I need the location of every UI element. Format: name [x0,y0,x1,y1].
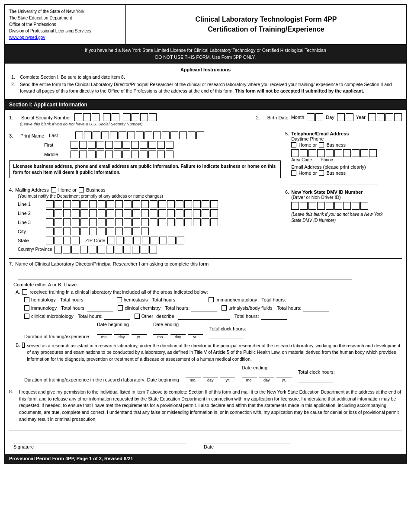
phone-1[interactable] [291,149,299,157]
cntry-1[interactable] [54,246,62,253]
l3-4[interactable] [72,218,80,226]
hematology-checkbox[interactable] [24,297,29,302]
last-2[interactable] [84,131,92,139]
total-clock-input-a[interactable] [209,332,244,339]
last-13[interactable] [179,131,187,139]
zip-6[interactable] [151,237,158,244]
day-box-2[interactable] [346,113,353,121]
last-9[interactable] [144,131,152,139]
begin-mo-input[interactable] [97,328,112,335]
first-11[interactable] [157,141,165,149]
option-a-checkbox[interactable] [22,289,27,295]
mid-11[interactable] [157,151,165,158]
l2-12[interactable] [141,209,149,217]
first-10[interactable] [148,141,156,149]
dmv-5[interactable] [326,202,334,210]
city-10[interactable] [124,228,132,235]
state-4[interactable] [72,237,80,244]
mid-8[interactable] [131,151,139,158]
city-1[interactable] [46,228,54,235]
cntry-2[interactable] [63,246,71,253]
immunohematology-hours-input[interactable] [288,296,314,303]
item7-input[interactable] [18,270,352,279]
other-describe-input[interactable] [178,313,230,320]
l3-11[interactable] [132,218,140,226]
phone-10[interactable] [369,149,377,157]
hemostasis-hours-input[interactable] [178,296,204,303]
dmv-6[interactable] [334,202,342,210]
cntry-4[interactable] [80,246,88,253]
mid-12[interactable] [166,151,173,158]
l3-8[interactable] [106,218,114,226]
l2-6[interactable] [89,209,97,217]
month-box-2[interactable] [315,113,323,121]
mid-9[interactable] [140,151,148,158]
last-3[interactable] [93,131,100,139]
l2-4[interactable] [72,209,80,217]
l1-1[interactable] [46,200,54,208]
home-phone-checkbox[interactable] [291,142,296,147]
cntry-7[interactable] [106,246,114,253]
city-6[interactable] [89,228,97,235]
chemistry-checkbox[interactable] [118,305,123,311]
state-3[interactable] [63,237,71,244]
website-link[interactable]: www.op.nysed.gov [9,35,45,40]
l1-8[interactable] [106,200,114,208]
dmv-1[interactable] [291,202,299,210]
begin-yr-input-b[interactable] [220,371,235,378]
last-1[interactable] [75,131,83,139]
phone-7[interactable] [343,149,351,157]
l3-7[interactable] [98,218,106,226]
l1-20[interactable] [210,200,218,208]
l1-11[interactable] [132,200,140,208]
phone-4[interactable] [317,149,325,157]
mid-2[interactable] [79,151,87,158]
l3-12[interactable] [141,218,149,226]
l3-17[interactable] [184,218,192,226]
zip-8[interactable] [168,237,176,244]
first-5[interactable] [105,141,113,149]
end-mo-input[interactable] [153,328,168,335]
end-yr-input-b[interactable] [276,371,292,378]
begin-day-input-b[interactable] [203,371,218,378]
last-4[interactable] [101,131,109,139]
cntry-8[interactable] [115,246,122,253]
month-box-1[interactable] [307,113,315,121]
l2-11[interactable] [132,209,140,217]
l2-9[interactable] [115,209,123,217]
last-5[interactable] [110,131,118,139]
city-9[interactable] [115,228,123,235]
l1-5[interactable] [80,200,88,208]
home-address-checkbox[interactable] [51,187,56,192]
other-checkbox[interactable] [135,314,140,319]
immunology-hours-input[interactable] [87,304,113,311]
zip-9[interactable] [177,237,184,244]
mid-4[interactable] [96,151,104,158]
hematology-hours-input[interactable] [87,296,112,303]
l3-18[interactable] [193,218,201,226]
last-10[interactable] [153,131,161,139]
city-4[interactable] [72,228,80,235]
first-8[interactable] [131,141,139,149]
l2-10[interactable] [124,209,132,217]
last-15[interactable] [196,131,204,139]
mid-6[interactable] [114,151,122,158]
l2-18[interactable] [193,209,201,217]
day-box-1[interactable] [337,113,345,121]
first-9[interactable] [140,141,148,149]
l2-2[interactable] [55,209,62,217]
ssn-box-4[interactable] [103,113,111,121]
l1-16[interactable] [176,200,183,208]
l1-19[interactable] [202,200,209,208]
end-yr-input[interactable] [188,328,203,335]
first-1[interactable] [71,141,78,149]
last-11[interactable] [162,131,170,139]
year-box-1[interactable] [368,113,376,121]
business-phone-checkbox[interactable] [319,142,324,147]
mid-3[interactable] [88,151,96,158]
zip-5[interactable] [142,237,150,244]
l1-2[interactable] [55,200,62,208]
year-box-2[interactable] [377,113,385,121]
city-2[interactable] [55,228,62,235]
first-6[interactable] [114,141,122,149]
